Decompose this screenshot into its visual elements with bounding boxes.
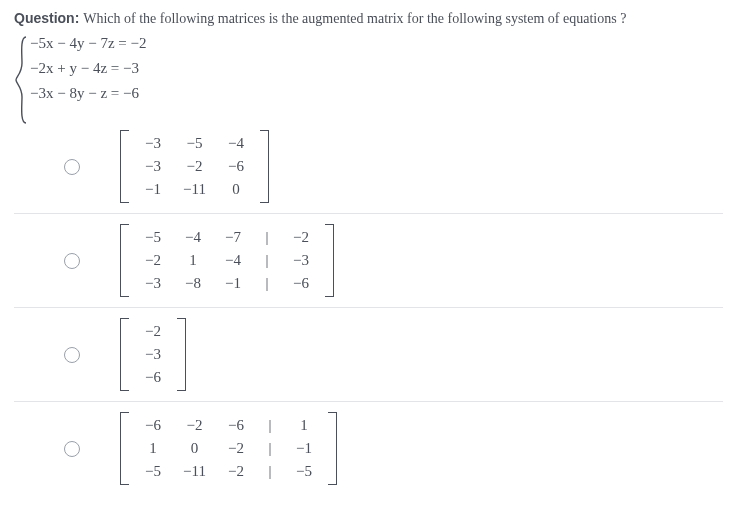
option-a[interactable]: −3−5−4 −3−2−6 −1−110	[14, 120, 723, 214]
radio-icon[interactable]	[64, 441, 80, 457]
question-line: Question: Which of the following matrice…	[14, 10, 723, 27]
left-brace-icon	[14, 35, 28, 125]
question-label: Question:	[14, 10, 79, 26]
equation-system: −5x − 4y − 7z = −2 −2x + y − 4z = −3 −3x…	[14, 35, 723, 102]
question-text: Which of the following matrices is the a…	[83, 11, 626, 26]
radio-icon[interactable]	[64, 159, 80, 175]
matrix-c: −2 −3 −6	[120, 318, 186, 391]
matrix-d: −6−2−6|1 10−2|−1 −5−11−2|−5	[120, 412, 337, 485]
option-c[interactable]: −2 −3 −6	[14, 308, 723, 402]
matrix-a: −3−5−4 −3−2−6 −1−110	[120, 130, 269, 203]
radio-icon[interactable]	[64, 347, 80, 363]
option-d[interactable]: −6−2−6|1 10−2|−1 −5−11−2|−5	[14, 402, 723, 495]
options-list: −3−5−4 −3−2−6 −1−110 −5−4−7|−2 −21−4|−3 …	[14, 120, 723, 495]
equation-3: −3x − 8y − z = −6	[30, 85, 723, 102]
option-b[interactable]: −5−4−7|−2 −21−4|−3 −3−8−1|−6	[14, 214, 723, 308]
radio-icon[interactable]	[64, 253, 80, 269]
matrix-b: −5−4−7|−2 −21−4|−3 −3−8−1|−6	[120, 224, 334, 297]
equation-2: −2x + y − 4z = −3	[30, 60, 723, 77]
equation-1: −5x − 4y − 7z = −2	[30, 35, 723, 52]
